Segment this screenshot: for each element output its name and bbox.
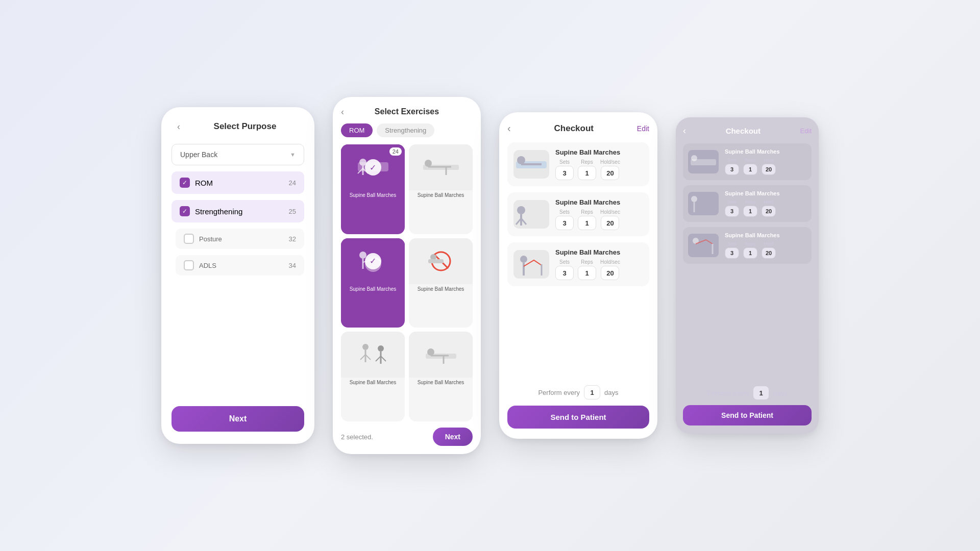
sets-value-3[interactable]: 3 <box>555 266 574 280</box>
reps-value-3[interactable]: 1 <box>578 266 596 280</box>
tab-strengthening[interactable]: Strengthening <box>377 123 434 137</box>
reps-value-1[interactable]: 1 <box>578 166 596 180</box>
next-button-screen2[interactable]: Next <box>433 428 473 446</box>
exercise-card-1[interactable]: 24 ✓ Supine Ball Marches <box>341 144 405 234</box>
checkout-exercise-row-1: Supine Ball Marches Sets 3 Reps 1 Hold/s… <box>507 142 649 186</box>
exercise-figure-5 <box>353 339 394 370</box>
hold-value-1[interactable]: 20 <box>601 166 619 180</box>
hold-value-3[interactable]: 20 <box>601 266 619 280</box>
checkout4-exercise-row-3: Supine Ball Marches Sets 3 Reps 1 Hold 2… <box>683 227 812 264</box>
hold4-value-1[interactable]: 20 <box>762 164 776 175</box>
exercise-card-2[interactable]: Supine Ball Marches <box>409 144 473 234</box>
svg-point-26 <box>427 348 434 356</box>
back-button-1[interactable]: ‹ <box>172 119 186 134</box>
checkbox-posture <box>184 234 194 244</box>
exercise4-name-1: Supine Ball Marches <box>725 148 806 155</box>
back-button-3[interactable]: ‹ <box>507 122 511 134</box>
reps-label-2: Reps <box>581 209 593 215</box>
subcategory-posture[interactable]: Posture 32 <box>176 229 304 249</box>
screen2-title: Select Exercises <box>375 107 439 116</box>
exercise4-info-1: Supine Ball Marches Sets 3 Reps 1 Hold 2… <box>725 148 806 175</box>
svg-point-6 <box>425 160 432 167</box>
tab-rom[interactable]: ROM <box>341 123 373 137</box>
exercise-card-6[interactable]: Supine Ball Marches <box>409 332 473 421</box>
sets-value-2[interactable]: 3 <box>555 216 574 230</box>
back-button-2[interactable]: ‹ <box>341 107 344 117</box>
exercise4-info-3: Supine Ball Marches Sets 3 Reps 1 Hold 2… <box>725 232 806 259</box>
exercise-card-5[interactable]: Supine Ball Marches <box>341 332 405 421</box>
send-to-patient-button[interactable]: Send to Patient <box>507 406 649 429</box>
perform-every-input[interactable]: 1 <box>584 385 600 399</box>
exercise-card-4[interactable]: Supine Ball Marches <box>409 238 473 328</box>
category-strengthening-count: 25 <box>289 208 296 215</box>
sets-value-1[interactable]: 3 <box>555 166 574 180</box>
reps4-label-3: Reps <box>745 241 755 246</box>
screen3-title: Checkout <box>554 123 594 134</box>
svg-point-40 <box>691 155 697 161</box>
svg-point-30 <box>517 156 525 164</box>
back-button-4[interactable]: ‹ <box>683 126 686 136</box>
sets-label-3: Sets <box>559 259 570 265</box>
screen-checkout-bg: ‹ Checkout Edit Supine Ball Marches Sets… <box>676 117 819 434</box>
sets4-value-3[interactable]: 3 <box>725 247 739 259</box>
perform4-every-input[interactable]: 1 <box>753 386 769 400</box>
exercise-label-2: Supine Ball Marches <box>409 190 473 201</box>
reps-value-2[interactable]: 1 <box>578 216 596 230</box>
exercise-thumb-3 <box>513 250 549 279</box>
exercise-stats-3: Sets 3 Reps 1 Hold/sec 20 <box>555 259 643 280</box>
next-button-screen1[interactable]: Next <box>172 406 304 432</box>
check-overlay-3: ✓ <box>365 253 381 269</box>
hold-value-2[interactable]: 20 <box>601 216 619 230</box>
hold4-value-2[interactable]: 20 <box>762 206 776 217</box>
subcategory-adls-label: ADLS <box>199 262 216 269</box>
thumb-figure-2 <box>513 200 549 229</box>
reps4-value-2[interactable]: 1 <box>743 206 757 217</box>
screen1-title: Select Purpose <box>186 121 304 132</box>
exercise-stats-1: Sets 3 Reps 1 Hold/sec 20 <box>555 159 643 180</box>
subcategory-posture-label: Posture <box>199 235 222 243</box>
sets-label-2: Sets <box>559 209 570 215</box>
purpose-dropdown[interactable]: Upper Back ▼ <box>172 144 304 165</box>
hold4-value-3[interactable]: 20 <box>762 247 776 259</box>
reps4-label-2: Reps <box>745 199 755 205</box>
sets4-label-3: Sets <box>727 241 737 246</box>
exercise-figure-2 <box>421 152 461 183</box>
sets4-value-1[interactable]: 3 <box>725 164 739 175</box>
exercise-thumb-2 <box>513 200 549 229</box>
sets4-label-1: Sets <box>727 158 737 163</box>
thumb4-figure-3 <box>688 234 719 257</box>
category-rom[interactable]: ✓ ROM 24 <box>172 171 304 194</box>
checkout-exercise-row-3: Supine Ball Marches Sets 3 Reps 1 Hold/s… <box>507 242 649 286</box>
exercise-card-3[interactable]: ✓ Supine Ball Marches <box>341 238 405 328</box>
screen-select-purpose: ‹ Select Purpose Upper Back ▼ ✓ ROM 24 ✓… <box>161 107 314 444</box>
perform4-every-label: Perform every <box>707 389 749 397</box>
category-rom-label: ROM <box>195 179 213 187</box>
sets4-value-2[interactable]: 3 <box>725 206 739 217</box>
days4-label: days <box>773 389 787 397</box>
exercise-name-3: Supine Ball Marches <box>555 248 643 256</box>
edit-button-3[interactable]: Edit <box>637 124 649 133</box>
checkout4-exercise-row-1: Supine Ball Marches Sets 3 Reps 1 Hold 2… <box>683 143 812 180</box>
exercise4-name-2: Supine Ball Marches <box>725 190 806 196</box>
exercise4-info-2: Supine Ball Marches Sets 3 Reps 1 Hold 2… <box>725 190 806 217</box>
checkout-header: ‹ Checkout Edit <box>507 122 649 134</box>
send-to-patient-button-4[interactable]: Send to Patient <box>683 405 812 425</box>
reps4-value-3[interactable]: 1 <box>743 247 757 259</box>
reps4-value-1[interactable]: 1 <box>743 164 757 175</box>
hold-label-2: Hold/sec <box>600 209 620 215</box>
exercise-info-2: Supine Ball Marches Sets 3 Reps 1 Hold/s… <box>555 198 643 230</box>
sets4-label-2: Sets <box>727 199 737 205</box>
subcategory-adls-count: 34 <box>289 262 296 269</box>
hold-label-3: Hold/sec <box>600 259 620 265</box>
subcategory-adls[interactable]: ADLS 34 <box>176 255 304 276</box>
perform-every-label: Perform every <box>538 389 580 396</box>
edit-button-4[interactable]: Edit <box>800 127 812 135</box>
exercise-tabs: ROM Strengthening <box>341 123 473 137</box>
reps-label-1: Reps <box>581 159 593 165</box>
exercise-thumb-1 <box>513 150 549 179</box>
svg-point-21 <box>378 345 384 352</box>
exercise-name-2: Supine Ball Marches <box>555 198 643 206</box>
category-rom-count: 24 <box>289 179 296 187</box>
category-strengthening[interactable]: ✓ Strengthening 25 <box>172 200 304 222</box>
reps4-label-1: Reps <box>745 158 755 163</box>
